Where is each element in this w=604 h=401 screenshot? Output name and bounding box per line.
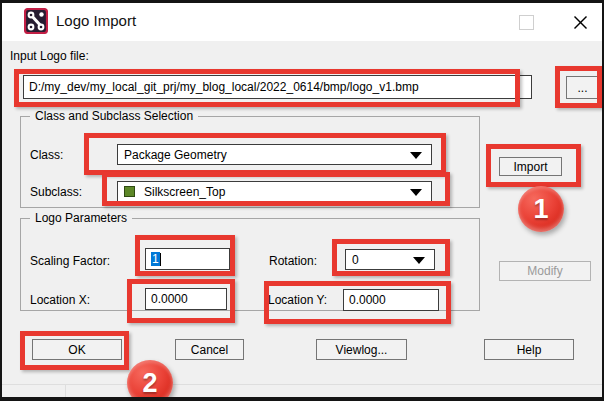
logo-file-path-value: D:/my_dev/my_local_git_prj/my_blog_local… xyxy=(29,80,419,94)
location-y-input[interactable]: 0.0000 xyxy=(343,289,439,311)
scaling-factor-label: Scaling Factor: xyxy=(30,254,110,268)
rotation-dropdown-value: 0 xyxy=(352,253,359,267)
title-bar[interactable]: Logo Import xyxy=(2,3,602,41)
chevron-down-icon xyxy=(413,257,425,264)
rotation-dropdown[interactable]: 0 xyxy=(345,249,435,270)
import-button[interactable]: Import xyxy=(499,157,562,176)
cancel-button[interactable]: Cancel xyxy=(175,339,244,360)
chevron-down-icon xyxy=(410,152,422,159)
subclass-dropdown[interactable]: Silkscreen_Top xyxy=(117,181,432,202)
close-button[interactable] xyxy=(558,5,602,39)
maximize-icon xyxy=(519,15,534,30)
status-bar-divider xyxy=(2,384,602,385)
text-caret xyxy=(160,253,161,266)
class-subclass-group-title: Class and Subclass Selection xyxy=(30,109,198,123)
rotation-label: Rotation: xyxy=(269,254,317,268)
browse-button[interactable]: ... xyxy=(566,76,599,99)
scaling-factor-value: 1 xyxy=(151,252,160,266)
subclass-color-swatch xyxy=(124,186,135,197)
step-badge-1: 1 xyxy=(518,186,564,232)
class-dropdown-value: Package Geometry xyxy=(124,148,227,162)
window-title: Logo Import xyxy=(56,12,136,29)
class-label: Class: xyxy=(30,148,63,162)
viewlog-button[interactable]: Viewlog... xyxy=(316,339,407,360)
location-x-label: Location X: xyxy=(30,293,90,307)
location-y-value: 0.0000 xyxy=(349,293,386,307)
location-y-label: Location Y: xyxy=(268,293,327,307)
modify-button: Modify xyxy=(499,261,591,281)
input-logo-file-label: Input Logo file: xyxy=(10,49,89,63)
scaling-factor-input[interactable]: 1 xyxy=(145,248,230,270)
location-x-value: 0.0000 xyxy=(151,292,188,306)
ok-button[interactable]: OK xyxy=(32,339,122,360)
close-icon xyxy=(573,15,588,30)
status-bar-section-divider xyxy=(65,385,66,400)
step-badge-2: 2 xyxy=(127,360,173,401)
subclass-label: Subclass: xyxy=(30,185,82,199)
chevron-down-icon xyxy=(410,189,422,196)
logo-parameters-group-title: Logo Parameters xyxy=(30,211,132,225)
location-x-input[interactable]: 0.0000 xyxy=(145,288,227,310)
class-dropdown[interactable]: Package Geometry xyxy=(117,144,432,165)
logo-import-dialog: Logo Import Input Logo file: D:/my_dev/m… xyxy=(0,0,604,401)
app-icon xyxy=(24,8,48,34)
logo-file-path-input[interactable]: D:/my_dev/my_local_git_prj/my_blog_local… xyxy=(23,75,532,99)
help-button[interactable]: Help xyxy=(484,339,574,360)
subclass-dropdown-value: Silkscreen_Top xyxy=(144,185,225,199)
